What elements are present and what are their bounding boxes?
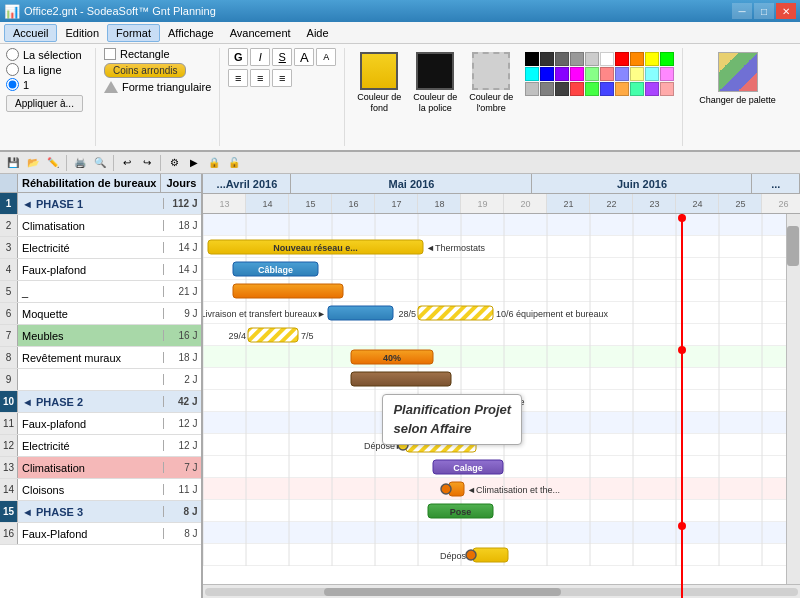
underline-button[interactable]: S	[272, 48, 292, 66]
background-color-button[interactable]: Couleur de fond	[353, 52, 405, 114]
selection-option-tout[interactable]: 1	[6, 78, 29, 91]
triangle-option[interactable]: Forme triangulaire	[104, 81, 211, 93]
palette-color-15[interactable]	[600, 67, 614, 81]
palette-color-2[interactable]	[555, 52, 569, 66]
today-dot-mid	[678, 346, 686, 354]
palette-color-25[interactable]	[600, 82, 614, 96]
palette-color-6[interactable]	[615, 52, 629, 66]
menu-edition[interactable]: Edition	[57, 25, 107, 41]
palette-color-22[interactable]	[555, 82, 569, 96]
menu-avancement[interactable]: Avancement	[222, 25, 299, 41]
row-days-10: 42 J	[163, 396, 201, 407]
align-center-button[interactable]: ≡	[250, 69, 270, 87]
change-palette-icon	[718, 52, 758, 92]
palette-color-18[interactable]	[645, 67, 659, 81]
palette-color-3[interactable]	[570, 52, 584, 66]
palette-color-5[interactable]	[600, 52, 614, 66]
palette-color-29[interactable]	[660, 82, 674, 96]
bold-button[interactable]: G	[228, 48, 248, 66]
palette-color-12[interactable]	[555, 67, 569, 81]
title-text: Office2.gnt - SodeaSoft™ Gnt Planning	[24, 5, 732, 17]
palette-color-16[interactable]	[615, 67, 629, 81]
palette-color-8[interactable]	[645, 52, 659, 66]
gantt-row-12: 12Electricité12 J	[0, 435, 201, 457]
apply-button[interactable]: Appliquer à...	[6, 95, 83, 112]
horizontal-scrollbar[interactable]	[203, 584, 800, 598]
align-right-button[interactable]: ≡	[272, 69, 292, 87]
radio-la-ligne[interactable]	[6, 63, 19, 76]
day-14: 14	[246, 194, 289, 214]
row-num-3: 3	[0, 237, 18, 258]
shadow-color-button[interactable]: Couleur de l'ombre	[465, 52, 517, 114]
toolbar-separator-1	[66, 155, 67, 171]
selection-option-la-ligne[interactable]: La ligne	[6, 63, 62, 76]
palette-color-11[interactable]	[540, 67, 554, 81]
menu-affichage[interactable]: Affichage	[160, 25, 222, 41]
menu-aide[interactable]: Aide	[299, 25, 337, 41]
redo-toolbar-button[interactable]: ↪	[138, 154, 156, 172]
day-16: 16	[332, 194, 375, 214]
change-palette-button[interactable]: Changer de palette	[691, 48, 784, 109]
gantt-row-8: 8Revêtement muraux18 J	[0, 347, 201, 369]
undo-toolbar-button[interactable]: ↩	[118, 154, 136, 172]
vertical-scrollbar[interactable]	[786, 214, 800, 584]
palette-color-9[interactable]	[660, 52, 674, 66]
rectangle-option[interactable]: Rectangle	[104, 48, 170, 60]
palette-color-27[interactable]	[630, 82, 644, 96]
row-num-7: 7	[0, 325, 18, 346]
selection-option-la-selection[interactable]: La sélection	[6, 48, 82, 61]
close-button[interactable]: ✕	[776, 3, 796, 19]
rounded-option[interactable]: Coins arrondis	[104, 63, 186, 78]
edit-toolbar-button[interactable]: ✏️	[44, 154, 62, 172]
palette-color-21[interactable]	[540, 82, 554, 96]
radio-la-selection[interactable]	[6, 48, 19, 61]
maximize-button[interactable]: □	[754, 3, 774, 19]
palette-color-24[interactable]	[585, 82, 599, 96]
month-mai: Mai 2016	[291, 174, 532, 193]
italic-button[interactable]: I	[250, 48, 270, 66]
radio-tout[interactable]	[6, 78, 19, 91]
gantt-row-5: 5_21 J	[0, 281, 201, 303]
palette-color-20[interactable]	[525, 82, 539, 96]
tb-extra-2[interactable]: ▶	[185, 154, 203, 172]
palette-color-0[interactable]	[525, 52, 539, 66]
palette-color-28[interactable]	[645, 82, 659, 96]
row-days-5: 21 J	[163, 286, 201, 297]
fontsize-up-button[interactable]: A	[294, 48, 314, 66]
tb-extra-1[interactable]: ⚙	[165, 154, 183, 172]
scroll-thumb[interactable]	[324, 588, 561, 596]
zoom-toolbar-button[interactable]: 🔍	[91, 154, 109, 172]
gantt-chart[interactable]: ...Avril 2016 Mai 2016 Juin 2016 ... 131…	[203, 174, 800, 598]
palette-color-1[interactable]	[540, 52, 554, 66]
palette-color-23[interactable]	[570, 82, 584, 96]
header-name: Réhabilitation de bureaux	[18, 174, 161, 192]
palette-color-17[interactable]	[630, 67, 644, 81]
tb-extra-4[interactable]: 🔓	[225, 154, 243, 172]
day-22: 22	[590, 194, 633, 214]
palette-color-26[interactable]	[615, 82, 629, 96]
align-left-button[interactable]: ≡	[228, 69, 248, 87]
save-toolbar-button[interactable]: 💾	[4, 154, 22, 172]
palette-color-4[interactable]	[585, 52, 599, 66]
print-toolbar-button[interactable]: 🖨️	[71, 154, 89, 172]
palette-color-13[interactable]	[570, 67, 584, 81]
open-toolbar-button[interactable]: 📂	[24, 154, 42, 172]
palette-color-14[interactable]	[585, 67, 599, 81]
row-name-13: Climatisation	[18, 462, 163, 474]
scroll-track[interactable]	[205, 588, 798, 596]
tb-extra-3[interactable]: 🔒	[205, 154, 223, 172]
palette-color-7[interactable]	[630, 52, 644, 66]
row-days-14: 11 J	[163, 484, 201, 495]
text-color-button[interactable]: Couleur de la police	[409, 52, 461, 114]
menu-accueil[interactable]: Accueil	[4, 24, 57, 42]
day-17: 17	[375, 194, 418, 214]
row-num-16: 16	[0, 523, 18, 544]
fontsize-down-button[interactable]: A	[316, 48, 336, 66]
palette-color-19[interactable]	[660, 67, 674, 81]
rounded-button[interactable]: Coins arrondis	[104, 63, 186, 78]
palette-color-10[interactable]	[525, 67, 539, 81]
menu-format[interactable]: Format	[107, 24, 160, 42]
vscroll-thumb[interactable]	[787, 226, 799, 266]
minimize-button[interactable]: ─	[732, 3, 752, 19]
rectangle-checkbox[interactable]	[104, 48, 116, 60]
